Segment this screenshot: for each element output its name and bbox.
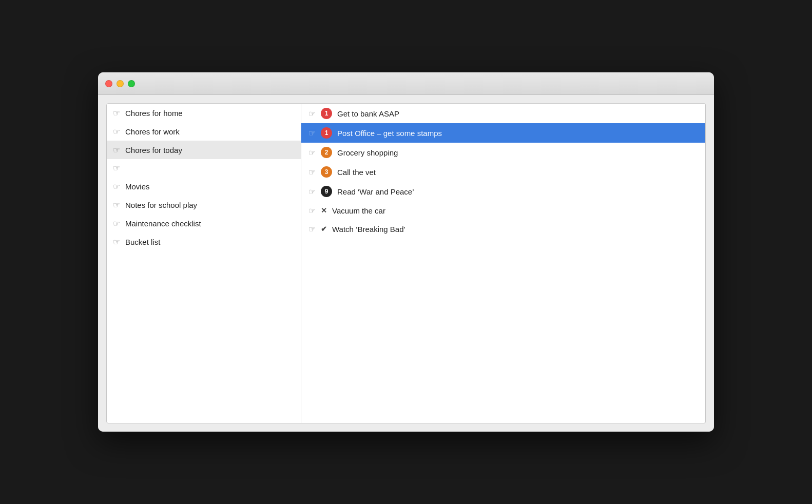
sidebar-item-label: Chores for today (125, 146, 182, 154)
titlebar (98, 72, 714, 95)
sidebar-item-chores-today[interactable]: ☞Chores for today (107, 141, 301, 159)
main-item-label: Call the vet (337, 168, 376, 177)
list-icon: ☞ (113, 127, 120, 137)
main-item-label: Vacuum the car (332, 206, 385, 215)
list-icon: ☞ (113, 163, 120, 173)
close-button[interactable] (105, 80, 112, 87)
priority-badge: 1 (321, 108, 332, 119)
sidebar-item-label: Chores for home (125, 109, 183, 118)
main-item-label: Watch ‘Breaking Bad’ (332, 225, 405, 234)
sidebar-item-label: Notes for school play (125, 201, 197, 209)
sidebar-item-chores-home[interactable]: ☞Chores for home (107, 104, 301, 122)
sidebar-item-label: Maintenance checklist (125, 219, 201, 228)
sidebar-item-notes-school[interactable]: ☞Notes for school play (107, 196, 301, 214)
main-pane: ☞1Get to bank ASAP☞1Post Office – get so… (301, 103, 706, 423)
list-icon: ☞ (113, 237, 120, 247)
list-icon: ☞ (308, 187, 316, 197)
sidebar-item-chores-work[interactable]: ☞Chores for work (107, 122, 301, 141)
main-item-grocery[interactable]: ☞2Grocery shopping (301, 143, 705, 162)
sidebar-item-bucket-list[interactable]: ☞Bucket list (107, 232, 301, 251)
main-item-get-to-bank[interactable]: ☞1Get to bank ASAP (301, 104, 705, 123)
main-item-watch-bb[interactable]: ☞✔Watch ‘Breaking Bad’ (301, 220, 705, 238)
sidebar-item-label: Chores for work (125, 127, 180, 136)
app-window: ☞Chores for home☞Chores for work☞Chores … (98, 72, 714, 432)
maximize-button[interactable] (128, 80, 135, 87)
list-icon: ☞ (113, 219, 120, 228)
main-item-vacuum-car[interactable]: ☞✕Vacuum the car (301, 201, 705, 220)
list-icon: ☞ (308, 167, 316, 177)
minimize-button[interactable] (117, 80, 124, 87)
main-item-label: Grocery shopping (337, 148, 398, 157)
content-area: ☞Chores for home☞Chores for work☞Chores … (98, 95, 714, 432)
list-icon: ☞ (308, 148, 316, 158)
list-icon: ☞ (308, 128, 316, 138)
x-badge: ✕ (321, 206, 327, 215)
check-badge: ✔ (321, 225, 327, 233)
list-icon: ☞ (113, 145, 120, 155)
priority-badge: 2 (321, 147, 332, 158)
sidebar-item-maintenance[interactable]: ☞Maintenance checklist (107, 214, 301, 232)
priority-badge: 1 (321, 127, 332, 139)
traffic-lights (105, 80, 135, 87)
main-item-label: Post Office – get some stamps (337, 129, 442, 138)
main-item-read-war-peace[interactable]: ☞9Read ‘War and Peace’ (301, 182, 705, 201)
main-item-post-office[interactable]: ☞1Post Office – get some stamps (301, 123, 705, 143)
sidebar-item-label: Bucket list (125, 238, 160, 246)
sidebar-item-movies[interactable]: ☞Movies (107, 177, 301, 196)
list-icon: ☞ (113, 182, 120, 191)
sidebar-item-label: Movies (125, 182, 150, 191)
priority-badge: 9 (321, 186, 332, 197)
main-item-call-vet[interactable]: ☞3Call the vet (301, 162, 705, 182)
sidebar-item-empty[interactable]: ☞ (107, 159, 301, 177)
priority-badge: 3 (321, 166, 332, 178)
list-icon: ☞ (113, 200, 120, 210)
list-icon: ☞ (308, 224, 316, 234)
main-item-label: Read ‘War and Peace’ (337, 187, 414, 196)
list-icon: ☞ (113, 108, 120, 118)
sidebar: ☞Chores for home☞Chores for work☞Chores … (106, 103, 301, 423)
main-item-label: Get to bank ASAP (337, 109, 399, 118)
list-icon: ☞ (308, 109, 316, 119)
list-icon: ☞ (308, 206, 316, 216)
